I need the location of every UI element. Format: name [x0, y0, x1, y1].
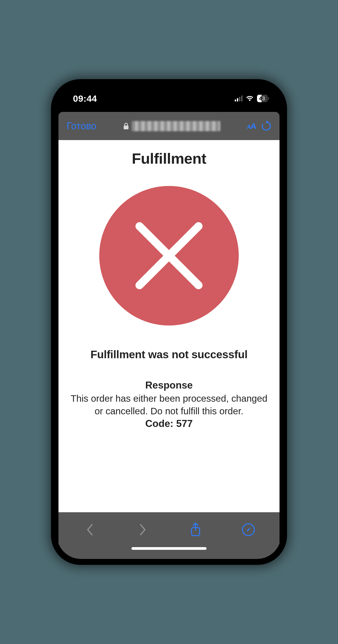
status-bar: 09:44 43 — [57, 85, 281, 112]
status-time: 09:44 — [73, 93, 97, 104]
browser-toolbar — [58, 512, 280, 547]
done-button[interactable]: Готово — [67, 120, 96, 132]
back-button[interactable] — [82, 522, 98, 537]
phone-frame: 09:44 43 — [51, 79, 287, 565]
share-button[interactable] — [188, 522, 203, 537]
home-indicator[interactable] — [131, 547, 207, 550]
battery-percent: 43 — [258, 96, 266, 102]
browser-header: Готово AA — [58, 112, 280, 140]
response-block: Response This order has either been proc… — [58, 380, 280, 429]
page-content: Fulfillment Fulfillment was not successf… — [58, 140, 280, 512]
forward-button[interactable] — [135, 522, 150, 537]
svg-marker-7 — [246, 528, 251, 532]
lock-icon — [123, 122, 129, 130]
response-code: Code: 577 — [58, 418, 280, 429]
page-title: Fulfillment — [132, 150, 206, 167]
cellular-signal-icon — [235, 96, 243, 101]
battery-indicator: 43 — [257, 95, 268, 102]
text-size-button[interactable]: AA — [247, 122, 256, 131]
wifi-icon — [246, 96, 254, 101]
response-text: This order has either been processed, ch… — [58, 392, 280, 418]
reload-button[interactable] — [261, 120, 271, 132]
open-in-safari-button[interactable] — [241, 522, 256, 537]
error-cross-icon — [99, 186, 239, 325]
home-indicator-area — [58, 547, 280, 559]
svg-rect-0 — [124, 126, 128, 129]
status-indicators: 43 — [235, 95, 268, 102]
viewport: 09:44 43 — [0, 0, 338, 644]
status-message: Fulfillment was not successful — [90, 348, 248, 361]
address-url-obscured — [132, 121, 220, 131]
address-bar[interactable] — [102, 121, 241, 131]
response-heading: Response — [58, 380, 280, 391]
phone-screen: 09:44 43 — [57, 85, 281, 559]
